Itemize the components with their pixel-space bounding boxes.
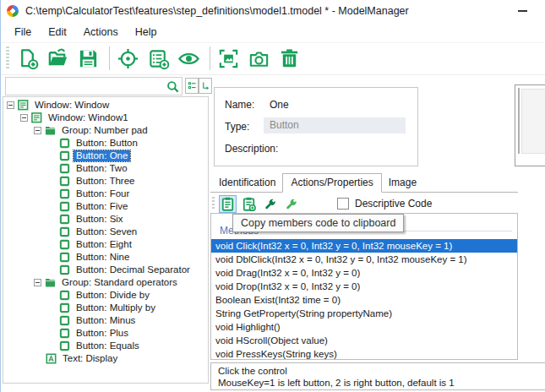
preview-image <box>521 89 545 154</box>
tree-item-label: Button: Decimal Separator <box>74 264 193 275</box>
method-row[interactable]: void Drag(Int32 x = 0, Int32 y = 0) <box>211 266 517 280</box>
type-field: Button <box>264 117 406 133</box>
tree-item-button-button[interactable]: Button: Button <box>3 137 208 150</box>
tree-item-label: Button: Four <box>74 188 132 199</box>
highlight-control-icon[interactable] <box>177 47 200 70</box>
tree-item-label: Button: Nine <box>74 252 132 263</box>
camera-icon[interactable] <box>248 47 270 70</box>
capture-image-icon[interactable] <box>217 47 240 70</box>
tree-item-button-six[interactable]: Button: Six <box>3 213 208 226</box>
button-icon <box>59 264 70 275</box>
save-model-icon[interactable] <box>77 47 100 70</box>
tree-item-button-four[interactable]: Button: Four <box>3 188 208 200</box>
tree-item-button-two[interactable]: Button: Two <box>3 162 208 175</box>
button-icon <box>59 201 70 212</box>
method-row[interactable]: void Drop(Int32 x = 0, Int32 y = 0) <box>211 280 517 293</box>
copy-descriptive-code-icon[interactable] <box>240 195 258 213</box>
expand-all-button[interactable] <box>185 78 199 94</box>
tree-item-window-window[interactable]: Window: Window <box>3 99 208 112</box>
tree-item-button-nine[interactable]: Button: Nine <box>3 251 208 264</box>
tree-expander-icon[interactable] <box>34 127 41 134</box>
tree-item-label: Button: Minus <box>74 315 138 326</box>
add-actions-icon[interactable] <box>147 47 170 70</box>
wrench-dark-icon[interactable] <box>261 195 279 213</box>
descriptive-code-checkbox[interactable] <box>337 198 349 210</box>
tree-item-label: Window: Window <box>32 100 112 111</box>
tree-item-button-three[interactable]: Button: Three <box>3 175 208 188</box>
tree-expander-icon[interactable] <box>34 279 41 286</box>
menu-actions[interactable]: Actions <box>75 24 127 40</box>
tree-item-button-five[interactable]: Button: Five <box>3 200 208 213</box>
open-model-icon[interactable] <box>46 47 69 70</box>
button-icon <box>59 226 70 237</box>
button-icon <box>59 340 70 351</box>
tree-item-label: Button: Eight <box>74 239 134 250</box>
tree-item-button-seven[interactable]: Button: Seven <box>3 226 208 238</box>
preview-scroll-strip <box>518 88 520 154</box>
button-icon <box>59 239 70 250</box>
tree-item-label: Button: Six <box>74 214 126 225</box>
modelmanager-window: C:\temp\CalculatorTest\features\step_def… <box>0 0 545 392</box>
name-label: Name: <box>225 99 254 111</box>
tree-item-label: Text: Display <box>60 353 120 364</box>
control-image-preview <box>515 84 545 166</box>
search-input[interactable] <box>6 79 166 93</box>
window-title: C:\temp\CalculatorTest\features\step_def… <box>25 5 409 17</box>
minimize-icon[interactable] <box>518 10 527 12</box>
button-icon <box>59 315 70 326</box>
tree-item-button-minus[interactable]: Button: Minus <box>3 314 208 327</box>
copy-members-code-icon[interactable] <box>219 195 237 213</box>
method-row[interactable]: void Click(Int32 x = 0, Int32 y = 0, Int… <box>211 239 517 253</box>
tree-item-label: Button: Divide by <box>74 290 152 301</box>
tree-item-button-equals[interactable]: Button: Equals <box>3 340 208 352</box>
button-icon <box>59 290 70 301</box>
method-row[interactable]: void PressKeys(String keys) <box>211 347 517 360</box>
name-value[interactable]: One <box>270 99 289 111</box>
tree-item-button-decimal-separator[interactable]: Button: Decimal Separator <box>3 264 208 276</box>
menu-file[interactable]: File <box>6 24 40 40</box>
text-icon <box>46 353 57 364</box>
tree-item-text-display[interactable]: Text: Display <box>3 352 208 365</box>
method-row[interactable]: void DblClick(Int32 x = 0, Int32 y = 0, … <box>211 253 517 266</box>
button-icon <box>59 188 70 199</box>
tab-image[interactable]: Image <box>382 174 423 192</box>
collapse-all-button[interactable] <box>199 78 212 94</box>
tree-expander-icon[interactable] <box>20 114 28 122</box>
methods-panel: Methods void Click(Int32 x = 0, Int32 y … <box>210 213 518 360</box>
method-row[interactable]: void HScroll(Object value) <box>211 334 517 347</box>
tree-item-label: Button: Button <box>74 138 140 149</box>
tree-item-label: Button: Three <box>74 176 137 187</box>
folder-icon <box>45 277 56 288</box>
method-row[interactable]: void Highlight() <box>211 320 517 334</box>
button-icon <box>59 138 70 149</box>
title-bar: C:\temp\CalculatorTest\features\step_def… <box>1 0 545 22</box>
tree-item-button-multiply-by[interactable]: Button: Multiply by <box>3 302 208 314</box>
tree-item-label: Button: Five <box>74 201 130 212</box>
app-logo-icon <box>7 5 19 17</box>
method-row[interactable]: String GetProperty(String propertyName) <box>211 307 517 320</box>
tab-actions-properties[interactable]: Actions/Properties <box>282 173 381 193</box>
menu-help[interactable]: Help <box>127 24 166 40</box>
tree-item-button-plus[interactable]: Button: Plus <box>3 327 208 340</box>
tree-search-box[interactable] <box>5 77 183 95</box>
button-icon <box>59 176 70 187</box>
method-description-panel: Click the control MouseKey=1 is left but… <box>210 362 545 390</box>
delete-item-icon[interactable] <box>278 47 301 70</box>
tree-item-button-one[interactable]: Button: One <box>3 150 208 162</box>
tab-identification[interactable]: Identification <box>212 174 282 192</box>
tree-item-group-number-pad[interactable]: Group: Number pad <box>3 124 208 137</box>
tree-item-group-standard-operators[interactable]: Group: Standard operators <box>3 276 208 289</box>
identify-control-icon[interactable] <box>117 47 139 70</box>
tree-item-button-eight[interactable]: Button: Eight <box>3 238 208 251</box>
menu-edit[interactable]: Edit <box>40 24 75 40</box>
tree-item-label: Button: Seven <box>74 226 139 237</box>
tree-item-label: Button: Equals <box>74 340 142 351</box>
type-label: Type: <box>225 121 249 133</box>
tree-expander-icon[interactable] <box>7 101 14 109</box>
new-model-icon[interactable] <box>16 47 39 70</box>
tree-item-button-divide-by[interactable]: Button: Divide by <box>3 289 208 302</box>
description-label: Description: <box>225 143 278 155</box>
tree-item-window-window1[interactable]: Window: Window1 <box>3 112 208 124</box>
method-row[interactable]: Boolean Exist(Int32 time = 0) <box>211 293 517 307</box>
wrench-light-icon[interactable] <box>282 195 300 213</box>
